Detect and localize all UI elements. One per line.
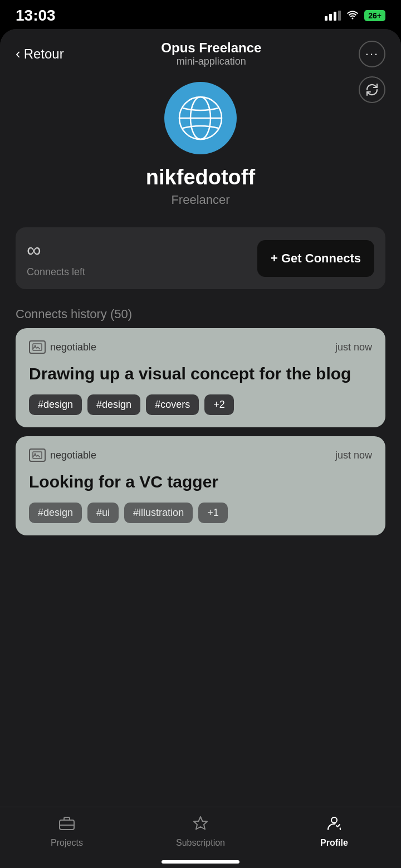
tags: #design #ui #illustration +1 — [29, 503, 372, 523]
tags: #design #design #covers +2 — [29, 394, 372, 415]
back-chevron-icon: ‹ — [16, 45, 21, 62]
card-header: negotiable just now — [29, 340, 372, 354]
card-header: negotiable just now — [29, 448, 372, 462]
status-bar: 13:03 26+ — [0, 0, 401, 29]
svg-point-10 — [331, 817, 337, 823]
header-center: Opus Freelance mini-application — [161, 40, 261, 67]
home-indicator — [162, 860, 239, 864]
briefcase-icon — [58, 815, 75, 835]
connects-left: ∞ Connects left — [27, 238, 257, 278]
refresh-button[interactable] — [359, 76, 385, 103]
card-title: Drawing up a visual concept for the blog — [29, 363, 372, 384]
project-card[interactable]: negotiable just now Looking for a VC tag… — [16, 436, 385, 535]
more-menu-button[interactable]: ··· — [359, 41, 385, 67]
status-time: 13:03 — [16, 7, 56, 25]
nav-projects-label: Projects — [51, 838, 83, 848]
card-time: just now — [335, 450, 372, 461]
person-icon — [326, 815, 343, 835]
star-icon — [192, 815, 209, 835]
nav-projects[interactable]: Projects — [0, 813, 134, 848]
app-container: ‹ Retour Opus Freelance mini-application… — [0, 29, 401, 868]
tag[interactable]: #illustration — [124, 503, 193, 523]
project-card[interactable]: negotiable just now Drawing up a visual … — [16, 328, 385, 427]
get-connects-button[interactable]: + Get Connects — [257, 240, 374, 277]
bottom-nav: Projects Subscription Profile — [0, 807, 401, 868]
card-type-label: negotiable — [50, 450, 96, 461]
header: ‹ Retour Opus Freelance mini-application… — [0, 29, 401, 76]
card-type: negotiable — [29, 448, 96, 462]
tag[interactable]: +1 — [198, 503, 228, 523]
status-icons: 26+ — [325, 9, 385, 22]
tag[interactable]: #design — [87, 394, 140, 415]
connects-label: Connects left — [27, 266, 257, 278]
svg-marker-9 — [194, 817, 207, 830]
nav-profile-label: Profile — [320, 838, 348, 848]
card-type-label: negotiable — [50, 342, 96, 353]
battery-icon: 26+ — [364, 10, 385, 21]
app-subtitle: mini-application — [161, 56, 261, 67]
app-title: Opus Freelance — [161, 40, 261, 56]
scroll-content: nikfedotoff Freelancer ∞ Connects left +… — [0, 76, 401, 854]
tag[interactable]: #covers — [146, 394, 199, 415]
tag[interactable]: #design — [29, 394, 82, 415]
card-type: negotiable — [29, 340, 96, 354]
signal-icon — [325, 11, 341, 21]
get-connects-label: + Get Connects — [271, 251, 361, 266]
wifi-icon — [346, 9, 359, 22]
infinity-icon: ∞ — [27, 238, 257, 262]
back-label: Retour — [24, 46, 64, 62]
tag[interactable]: #ui — [87, 503, 119, 523]
connects-history-title: Connects history (50) — [0, 298, 401, 328]
tag[interactable]: #design — [29, 503, 82, 523]
nav-profile[interactable]: Profile — [267, 813, 401, 848]
nav-subscription-label: Subscription — [176, 838, 225, 848]
back-button[interactable]: ‹ Retour — [16, 45, 64, 62]
image-icon — [29, 448, 46, 462]
profile-section: nikfedotoff Freelancer — [0, 76, 401, 218]
nav-subscription[interactable]: Subscription — [134, 813, 267, 848]
card-title: Looking for a VC tagger — [29, 471, 372, 492]
connects-card: ∞ Connects left + Get Connects — [16, 227, 385, 289]
user-role: Freelancer — [171, 193, 229, 207]
avatar — [164, 82, 237, 154]
tag[interactable]: +2 — [204, 394, 234, 415]
image-icon — [29, 340, 46, 354]
username: nikfedotoff — [146, 165, 255, 189]
card-time: just now — [335, 342, 372, 353]
